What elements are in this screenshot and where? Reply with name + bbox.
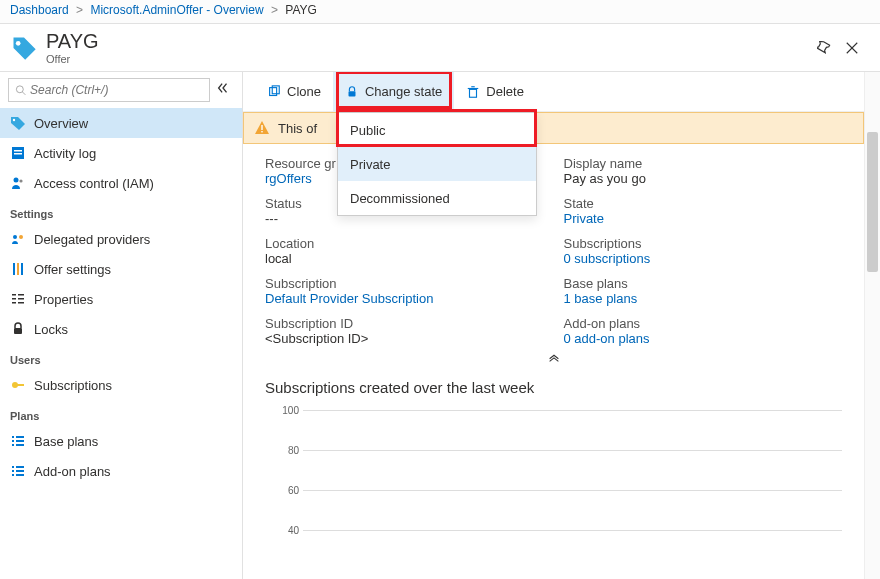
svg-rect-20	[12, 302, 16, 304]
subscriptions-chart: 406080100	[275, 410, 842, 540]
svg-rect-25	[12, 436, 14, 438]
svg-point-12	[19, 235, 23, 239]
subscription-link[interactable]: Default Provider Subscription	[265, 291, 433, 306]
svg-rect-39	[348, 91, 355, 96]
sidebar-item-properties[interactable]: Properties	[0, 284, 242, 314]
svg-rect-8	[14, 153, 22, 155]
key-icon	[10, 377, 26, 393]
sidebar-section-users: Users	[0, 344, 242, 370]
sidebar-section-plans: Plans	[0, 400, 242, 426]
warning-icon	[254, 120, 270, 136]
field-display-name: Display name Pay as you go	[564, 156, 843, 186]
sidebar-item-label: Access control (IAM)	[34, 176, 154, 191]
sidebar-item-locks[interactable]: Locks	[0, 314, 242, 344]
addon-plans-link[interactable]: 0 add-on plans	[564, 331, 650, 346]
svg-rect-13	[13, 263, 15, 275]
sidebar-item-label: Offer settings	[34, 262, 111, 277]
search-input[interactable]	[8, 78, 210, 102]
clone-button[interactable]: Clone	[255, 72, 333, 112]
sidebar-item-subscriptions[interactable]: Subscriptions	[0, 370, 242, 400]
change-state-button[interactable]: Change state	[333, 72, 454, 112]
svg-rect-22	[14, 328, 22, 334]
delete-button[interactable]: Delete	[454, 72, 536, 112]
list-icon	[10, 433, 26, 449]
sidebar-item-base-plans[interactable]: Base plans	[0, 426, 242, 456]
list-icon	[10, 463, 26, 479]
iam-icon	[10, 175, 26, 191]
sidebar-item-iam[interactable]: Access control (IAM)	[0, 168, 242, 198]
svg-rect-24	[17, 384, 24, 386]
svg-rect-27	[12, 440, 14, 442]
breadcrumb-dashboard[interactable]: Dashboard	[10, 3, 69, 17]
svg-rect-15	[21, 263, 23, 275]
sidebar-item-label: Overview	[34, 116, 88, 131]
sidebar-section-settings: Settings	[0, 198, 242, 224]
svg-rect-28	[16, 440, 24, 442]
delegated-providers-icon	[10, 231, 26, 247]
sidebar-item-label: Base plans	[34, 434, 98, 449]
svg-rect-29	[12, 444, 14, 446]
sidebar-item-label: Activity log	[34, 146, 96, 161]
sidebar-item-label: Add-on plans	[34, 464, 111, 479]
svg-rect-43	[261, 125, 262, 130]
scrollbar[interactable]	[864, 72, 880, 579]
sidebar-item-label: Delegated providers	[34, 232, 150, 247]
resource-group-link[interactable]: rgOffers	[265, 171, 312, 186]
svg-point-9	[14, 178, 19, 183]
svg-rect-14	[17, 263, 19, 275]
field-addon-plans: Add-on plans 0 add-on plans	[564, 316, 843, 346]
chart-title: Subscriptions created over the last week	[265, 379, 842, 396]
main-panel: Clone Change state Delete This of Public…	[243, 72, 880, 579]
search-field[interactable]	[30, 83, 203, 97]
sidebar-item-activity-log[interactable]: Activity log	[0, 138, 242, 168]
svg-rect-31	[12, 466, 14, 468]
svg-rect-44	[261, 131, 262, 132]
sidebar-item-label: Properties	[34, 292, 93, 307]
page-title: PAYG	[46, 30, 99, 53]
subscriptions-link[interactable]: 0 subscriptions	[564, 251, 651, 266]
svg-point-10	[19, 179, 22, 182]
page-subtitle: Offer	[46, 53, 99, 65]
collapse-details-button[interactable]	[243, 346, 864, 369]
chart-area: Subscriptions created over the last week…	[243, 369, 864, 550]
svg-rect-16	[12, 294, 16, 296]
lock-icon	[10, 321, 26, 337]
sidebar-item-delegated-providers[interactable]: Delegated providers	[0, 224, 242, 254]
svg-rect-17	[18, 294, 24, 296]
breadcrumb-adminoffer[interactable]: Microsoft.AdminOffer - Overview	[90, 3, 263, 17]
sidebar-item-overview[interactable]: Overview	[0, 108, 242, 138]
svg-rect-40	[470, 89, 477, 97]
dropdown-option-public[interactable]: Public	[338, 113, 536, 147]
field-subscription-id: Subscription ID <Subscription ID>	[265, 316, 544, 346]
breadcrumb: Dashboard > Microsoft.AdminOffer - Overv…	[0, 0, 880, 24]
properties-icon	[10, 291, 26, 307]
state-link[interactable]: Private	[564, 211, 604, 226]
sidebar-item-addon-plans[interactable]: Add-on plans	[0, 456, 242, 486]
base-plans-link[interactable]: 1 base plans	[564, 291, 638, 306]
svg-rect-32	[16, 466, 24, 468]
svg-rect-18	[12, 298, 16, 300]
collapse-sidebar-button[interactable]	[216, 81, 234, 99]
svg-rect-36	[16, 474, 24, 476]
svg-rect-26	[16, 436, 24, 438]
field-state: State Private	[564, 196, 843, 226]
field-subscriptions-count: Subscriptions 0 subscriptions	[564, 236, 843, 266]
field-subscription: Subscription Default Provider Subscripti…	[265, 276, 544, 306]
dropdown-option-private[interactable]: Private	[338, 147, 536, 181]
svg-point-11	[13, 235, 17, 239]
toolbar: Clone Change state Delete	[243, 72, 880, 112]
sidebar-item-offer-settings[interactable]: Offer settings	[0, 254, 242, 284]
offer-settings-icon	[10, 261, 26, 277]
dropdown-option-decommissioned[interactable]: Decommissioned	[338, 181, 536, 215]
warning-text: This of	[278, 121, 317, 136]
svg-point-3	[16, 86, 23, 93]
change-state-dropdown: Public Private Decommissioned	[337, 112, 537, 216]
breadcrumb-current: PAYG	[285, 3, 317, 17]
svg-point-5	[13, 119, 15, 121]
field-base-plans: Base plans 1 base plans	[564, 276, 843, 306]
svg-rect-21	[18, 302, 24, 304]
page-header: PAYG Offer	[0, 24, 880, 72]
pin-button[interactable]	[810, 34, 838, 62]
close-button[interactable]	[838, 34, 866, 62]
svg-rect-35	[12, 474, 14, 476]
